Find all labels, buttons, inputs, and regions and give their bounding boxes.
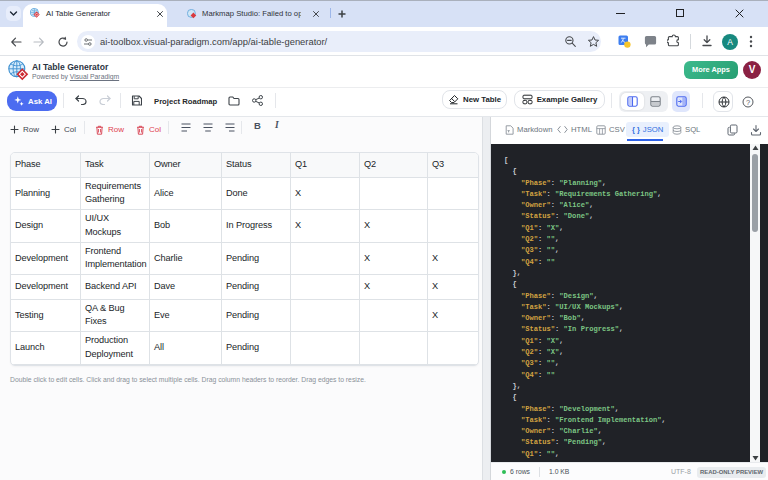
svg-text:?: ?	[746, 98, 750, 107]
